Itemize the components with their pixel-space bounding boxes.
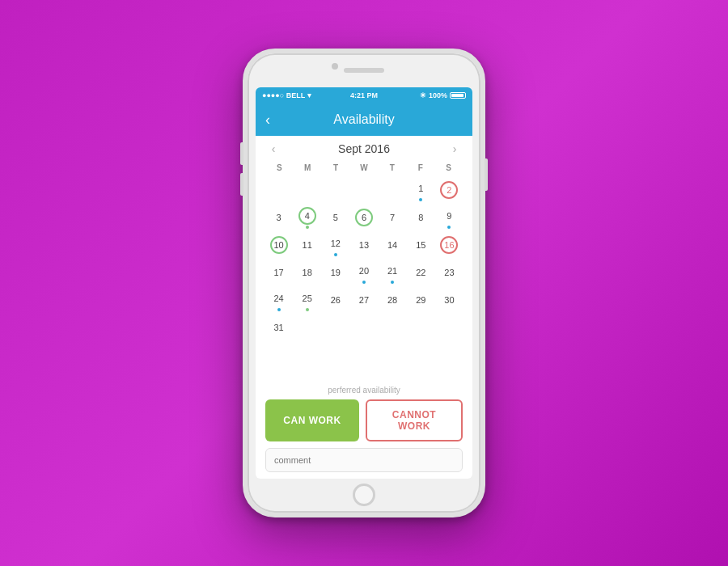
day-header-sun: S — [265, 162, 294, 174]
calendar-day[interactable]: 18 — [294, 260, 320, 285]
calendar-day — [408, 315, 434, 340]
calendar-day[interactable]: 13 — [350, 232, 377, 258]
calendar-day — [322, 177, 349, 203]
calendar-day[interactable]: 12 — [322, 232, 349, 258]
status-time: 4:21 PM — [350, 91, 378, 99]
calendar-day[interactable]: 28 — [379, 287, 406, 313]
month-nav: ‹ Sept 2016 › — [265, 142, 463, 155]
volume-up-button — [240, 142, 243, 165]
phone-device: ●●●●○ BELL ▾ 4:21 PM ✳ 100% ‹ Availabili… — [243, 49, 485, 517]
comment-input[interactable] — [265, 448, 463, 472]
calendar-day — [350, 177, 377, 203]
calendar-day — [379, 315, 406, 340]
calendar-day[interactable]: 30 — [436, 287, 463, 313]
calendar-day — [265, 177, 292, 203]
status-right: ✳ 100% — [420, 91, 466, 99]
calendar-day[interactable]: 14 — [379, 232, 406, 258]
calendar-day[interactable]: 3 — [265, 205, 292, 230]
bottom-section: perferred availability CAN WORK CANNOT W… — [256, 382, 472, 479]
page-title: Availability — [333, 112, 394, 127]
battery-icon — [450, 92, 466, 99]
phone-shell: ●●●●○ BELL ▾ 4:21 PM ✳ 100% ‹ Availabili… — [243, 49, 485, 517]
calendar-day — [350, 315, 377, 340]
calendar-day[interactable]: 6 — [350, 205, 377, 230]
calendar-day[interactable]: 7 — [379, 205, 406, 230]
action-buttons: CAN WORK CANNOT WORK — [265, 399, 463, 441]
phone-camera — [332, 63, 338, 70]
calendar-day[interactable]: 26 — [322, 287, 349, 313]
calendar-day[interactable]: 4 — [294, 205, 320, 230]
volume-down-button — [240, 173, 243, 196]
calendar-section: ‹ Sept 2016 › S M T W T F S 123456789101… — [256, 136, 472, 382]
calendar-day[interactable]: 9 — [436, 205, 463, 230]
month-label: Sept 2016 — [338, 142, 390, 155]
calendar-day[interactable]: 11 — [294, 232, 320, 258]
day-header-thu: T — [378, 162, 406, 174]
day-header-tue: T — [322, 162, 350, 174]
back-button[interactable]: ‹ — [265, 112, 270, 127]
calendar-day[interactable]: 23 — [436, 260, 463, 285]
app-header: ‹ Availability — [256, 103, 472, 136]
calendar-day[interactable]: 25 — [294, 287, 320, 313]
phone-screen: ●●●●○ BELL ▾ 4:21 PM ✳ 100% ‹ Availabili… — [256, 87, 472, 479]
calendar-day — [379, 177, 406, 203]
phone-speaker — [344, 68, 384, 73]
day-header-sat: S — [434, 162, 463, 174]
battery-pct: 100% — [429, 91, 447, 99]
power-button — [485, 158, 488, 191]
preferred-label: perferred availability — [265, 386, 463, 395]
day-header-fri: F — [406, 162, 434, 174]
carrier-label: ●●●●○ BELL — [262, 91, 305, 99]
calendar-day — [294, 315, 320, 340]
calendar-day[interactable]: 8 — [408, 205, 434, 230]
status-carrier: ●●●●○ BELL ▾ — [262, 91, 311, 99]
bluetooth-icon: ✳ — [420, 91, 426, 99]
prev-month-button[interactable]: ‹ — [265, 142, 281, 155]
calendar-day[interactable]: 2 — [436, 177, 463, 203]
calendar-day[interactable]: 5 — [322, 205, 349, 230]
day-header-mon: M — [294, 162, 322, 174]
calendar-day[interactable]: 17 — [265, 260, 292, 285]
calendar-day[interactable]: 22 — [408, 260, 434, 285]
calendar-day[interactable]: 29 — [408, 287, 434, 313]
calendar-day[interactable]: 10 — [265, 232, 292, 258]
calendar-day — [322, 315, 349, 340]
calendar-day[interactable]: 27 — [350, 287, 377, 313]
calendar-day[interactable]: 19 — [322, 260, 349, 285]
calendar-day[interactable]: 15 — [408, 232, 434, 258]
calendar-day — [436, 315, 463, 340]
calendar-day[interactable]: 31 — [265, 315, 292, 340]
calendar-day[interactable]: 21 — [379, 260, 406, 285]
calendar-day — [294, 177, 320, 203]
next-month-button[interactable]: › — [447, 142, 463, 155]
wifi-icon: ▾ — [307, 91, 311, 99]
status-bar: ●●●●○ BELL ▾ 4:21 PM ✳ 100% — [256, 87, 472, 103]
day-header-wed: W — [350, 162, 379, 174]
calendar-day[interactable]: 1 — [408, 177, 434, 203]
calendar-grid: 1234567891011121314151617181920212223242… — [265, 177, 463, 340]
home-button[interactable] — [353, 484, 375, 506]
cannot-work-button[interactable]: CANNOT WORK — [366, 399, 463, 441]
calendar-day[interactable]: 24 — [265, 287, 292, 313]
calendar-day[interactable]: 20 — [350, 260, 377, 285]
day-headers: S M T W T F S — [265, 162, 463, 174]
can-work-button[interactable]: CAN WORK — [265, 399, 359, 441]
calendar-day[interactable]: 16 — [436, 232, 463, 258]
